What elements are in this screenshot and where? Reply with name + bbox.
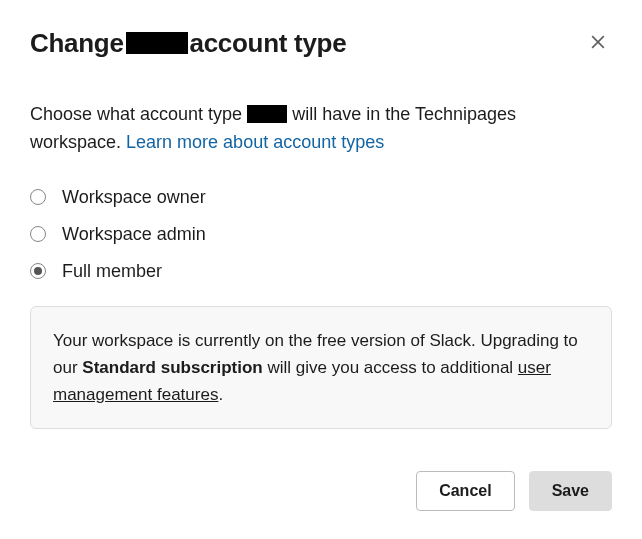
option-label: Workspace admin xyxy=(62,224,206,245)
option-workspace-owner[interactable]: Workspace owner xyxy=(30,187,612,208)
cancel-button[interactable]: Cancel xyxy=(416,471,514,511)
option-label: Workspace owner xyxy=(62,187,206,208)
learn-more-link[interactable]: Learn more about account types xyxy=(126,132,384,152)
upgrade-info-box: Your workspace is currently on the free … xyxy=(30,306,612,430)
close-icon xyxy=(588,32,608,52)
title-prefix: Change xyxy=(30,28,124,58)
save-button[interactable]: Save xyxy=(529,471,612,511)
option-label: Full member xyxy=(62,261,162,282)
dialog-header: Changeaccount type xyxy=(30,28,612,59)
option-full-member[interactable]: Full member xyxy=(30,261,612,282)
redacted-name-inline xyxy=(247,105,287,123)
close-button[interactable] xyxy=(584,28,612,56)
info-text-3: . xyxy=(218,385,223,404)
info-text-2: will give you access to additional xyxy=(263,358,518,377)
title-suffix: account type xyxy=(190,28,347,58)
dialog-title: Changeaccount type xyxy=(30,28,346,59)
dialog-footer: Cancel Save xyxy=(416,471,612,511)
dialog-description: Choose what account type will have in th… xyxy=(30,101,612,157)
description-part1: Choose what account type xyxy=(30,104,242,124)
radio-icon xyxy=(30,263,46,279)
info-bold: Standard subscription xyxy=(82,358,262,377)
radio-icon xyxy=(30,226,46,242)
radio-icon xyxy=(30,189,46,205)
redacted-name xyxy=(126,32,188,54)
account-type-options: Workspace owner Workspace admin Full mem… xyxy=(30,187,612,282)
option-workspace-admin[interactable]: Workspace admin xyxy=(30,224,612,245)
